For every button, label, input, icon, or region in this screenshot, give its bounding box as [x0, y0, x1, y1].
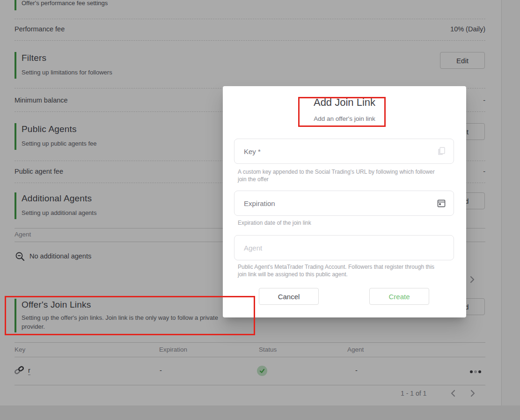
agent-input[interactable]: Agent — [234, 235, 454, 260]
expiration-input[interactable]: Expiration — [234, 191, 454, 216]
agent-helper-text: Public Agent's MetaTrader Trading Accoun… — [238, 264, 445, 278]
create-button[interactable]: Create — [369, 288, 429, 305]
expiration-helper-text: Expiration date of the join link — [238, 220, 445, 227]
key-helper-text: A custom key appended to the Social Trad… — [238, 169, 445, 183]
key-input-label: Key * — [244, 147, 261, 155]
calendar-icon[interactable] — [437, 199, 446, 208]
cancel-button[interactable]: Cancel — [259, 288, 319, 305]
copy-icon[interactable] — [437, 147, 446, 156]
agent-input-placeholder: Agent — [244, 244, 262, 252]
expiration-input-label: Expiration — [244, 199, 275, 207]
annotation-box-join-links-section — [5, 296, 255, 335]
annotation-box-dialog-title — [298, 97, 386, 127]
key-input[interactable]: Key * — [234, 139, 454, 164]
